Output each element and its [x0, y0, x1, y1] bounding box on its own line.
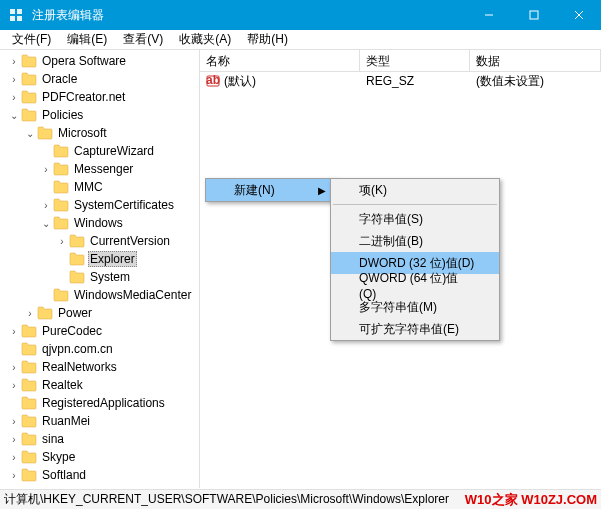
- reg-string-icon: ab: [206, 74, 220, 88]
- tree-item[interactable]: ›Messenger: [0, 160, 199, 178]
- tree-item[interactable]: ›Power: [0, 304, 199, 322]
- folder-icon: [53, 162, 69, 176]
- list-panel[interactable]: 名称 类型 数据 ab (默认) REG_SZ (数值未设置) 新建(N) ▶: [200, 50, 601, 488]
- row-name: (默认): [224, 73, 256, 90]
- tree-item[interactable]: ›PureCodec: [0, 322, 199, 340]
- tree-item[interactable]: WindowsMediaCenter: [0, 286, 199, 304]
- tree-item[interactable]: ›RealNetworks: [0, 358, 199, 376]
- expand-icon[interactable]: ›: [8, 361, 20, 373]
- col-type[interactable]: 类型: [360, 50, 470, 71]
- tree-item[interactable]: ›Opera Software: [0, 52, 199, 70]
- tree-item[interactable]: MMC: [0, 178, 199, 196]
- menu-item-qword[interactable]: QWORD (64 位)值(Q): [331, 274, 499, 296]
- folder-icon: [53, 180, 69, 194]
- expand-icon[interactable]: ›: [40, 199, 52, 211]
- expand-icon[interactable]: ›: [8, 451, 20, 463]
- expand-icon[interactable]: ›: [40, 163, 52, 175]
- no-expand-icon: [8, 397, 20, 409]
- menubar: 文件(F) 编辑(E) 查看(V) 收藏夹(A) 帮助(H): [0, 30, 601, 50]
- expand-icon[interactable]: ›: [56, 235, 68, 247]
- folder-icon: [21, 432, 37, 446]
- menu-favorites[interactable]: 收藏夹(A): [171, 29, 239, 50]
- menu-item-key[interactable]: 项(K): [331, 179, 499, 201]
- no-expand-icon: [8, 343, 20, 355]
- close-button[interactable]: [556, 0, 601, 30]
- tree-item-label: Messenger: [72, 162, 135, 176]
- status-path: 计算机\HKEY_CURRENT_USER\SOFTWARE\Policies\…: [4, 491, 465, 508]
- menu-item-new-label: 新建(N): [234, 182, 275, 199]
- menu-item-expand[interactable]: 可扩充字符串值(E): [331, 318, 499, 340]
- tree-item[interactable]: ›Softland: [0, 466, 199, 484]
- tree-item-label: MMC: [72, 180, 105, 194]
- folder-icon: [37, 306, 53, 320]
- menu-item-multi[interactable]: 多字符串值(M): [331, 296, 499, 318]
- expand-icon[interactable]: ›: [8, 55, 20, 67]
- menu-item-string[interactable]: 字符串值(S): [331, 208, 499, 230]
- tree-item[interactable]: ›Skype: [0, 448, 199, 466]
- tree-item-label: Softland: [40, 468, 88, 482]
- expand-icon[interactable]: ›: [8, 325, 20, 337]
- expand-icon[interactable]: ›: [24, 307, 36, 319]
- tree-item-label: System: [88, 270, 132, 284]
- expand-icon[interactable]: ›: [8, 469, 20, 481]
- svg-rect-5: [530, 11, 538, 19]
- menu-item-binary-label: 二进制值(B): [359, 233, 423, 250]
- tree-item[interactable]: CaptureWizard: [0, 142, 199, 160]
- folder-icon: [21, 360, 37, 374]
- menu-help[interactable]: 帮助(H): [239, 29, 296, 50]
- statusbar: 计算机\HKEY_CURRENT_USER\SOFTWARE\Policies\…: [0, 489, 601, 509]
- tree-item[interactable]: RegisteredApplications: [0, 394, 199, 412]
- tree-item[interactable]: ›sina: [0, 430, 199, 448]
- menu-item-multi-label: 多字符串值(M): [359, 299, 437, 316]
- row-name-cell: ab (默认): [200, 73, 360, 90]
- row-data: (数值未设置): [470, 73, 601, 90]
- tree-item[interactable]: ›Oracle: [0, 70, 199, 88]
- tree-item[interactable]: ⌄Policies: [0, 106, 199, 124]
- tree-item-label: Oracle: [40, 72, 79, 86]
- expand-icon[interactable]: ›: [8, 433, 20, 445]
- tree-item-label: WindowsMediaCenter: [72, 288, 193, 302]
- collapse-icon[interactable]: ⌄: [8, 109, 20, 121]
- tree-item[interactable]: ⌄Windows: [0, 214, 199, 232]
- menu-item-new[interactable]: 新建(N) ▶: [206, 179, 334, 201]
- col-name[interactable]: 名称: [200, 50, 360, 71]
- tree-item[interactable]: Explorer: [0, 250, 199, 268]
- folder-icon: [21, 108, 37, 122]
- content-area: ›Opera Software›Oracle›PDFCreator.net⌄Po…: [0, 50, 601, 488]
- tree-item[interactable]: ›CurrentVersion: [0, 232, 199, 250]
- svg-rect-2: [10, 16, 15, 21]
- folder-icon: [53, 288, 69, 302]
- expand-icon[interactable]: ›: [8, 73, 20, 85]
- tree-item[interactable]: qjvpn.com.cn: [0, 340, 199, 358]
- folder-icon: [53, 144, 69, 158]
- tree-item-label: RuanMei: [40, 414, 92, 428]
- no-expand-icon: [40, 181, 52, 193]
- menu-item-string-label: 字符串值(S): [359, 211, 423, 228]
- tree-item[interactable]: ⌄Microsoft: [0, 124, 199, 142]
- tree-item[interactable]: ›RuanMei: [0, 412, 199, 430]
- expand-icon[interactable]: ›: [8, 415, 20, 427]
- tree-panel[interactable]: ›Opera Software›Oracle›PDFCreator.net⌄Po…: [0, 50, 200, 488]
- svg-text:ab: ab: [206, 74, 220, 87]
- menu-file[interactable]: 文件(F): [4, 29, 59, 50]
- menu-edit[interactable]: 编辑(E): [59, 29, 115, 50]
- maximize-button[interactable]: [511, 0, 556, 30]
- menu-view[interactable]: 查看(V): [115, 29, 171, 50]
- col-data[interactable]: 数据: [470, 50, 601, 71]
- tree-item[interactable]: ›PDFCreator.net: [0, 88, 199, 106]
- tree-item[interactable]: ›SystemCertificates: [0, 196, 199, 214]
- list-row[interactable]: ab (默认) REG_SZ (数值未设置): [200, 72, 601, 90]
- expand-icon[interactable]: ›: [8, 379, 20, 391]
- folder-icon: [69, 252, 85, 266]
- collapse-icon[interactable]: ⌄: [24, 127, 36, 139]
- minimize-button[interactable]: [466, 0, 511, 30]
- tree-item[interactable]: System: [0, 268, 199, 286]
- expand-icon[interactable]: ›: [8, 91, 20, 103]
- no-expand-icon: [56, 253, 68, 265]
- watermark: W10之家 W10ZJ.COM: [465, 491, 597, 509]
- collapse-icon[interactable]: ⌄: [40, 217, 52, 229]
- row-type: REG_SZ: [360, 74, 470, 88]
- menu-item-binary[interactable]: 二进制值(B): [331, 230, 499, 252]
- tree-item-label: qjvpn.com.cn: [40, 342, 115, 356]
- tree-item[interactable]: ›Realtek: [0, 376, 199, 394]
